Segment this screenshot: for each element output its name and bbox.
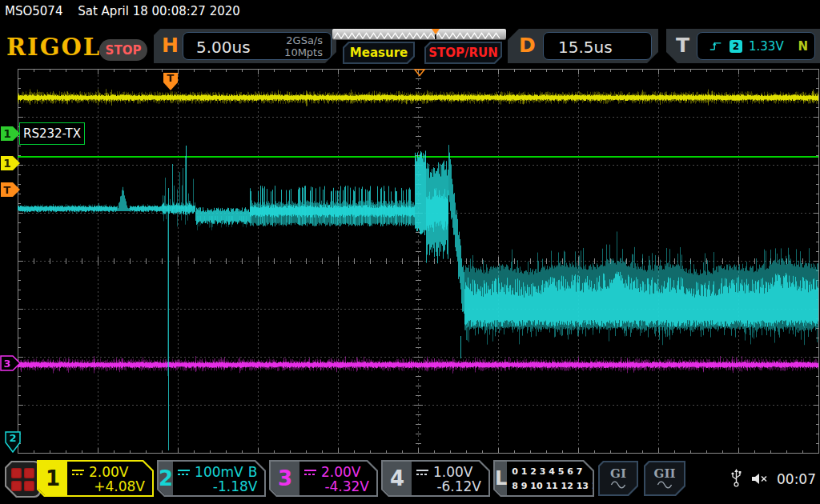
logic-channels-box[interactable]: L 0 1 2 3 4 5 6 7 8 9 10 11 12 13 14 15 xyxy=(493,460,594,497)
delay-value: 15.5us xyxy=(558,38,613,57)
stop-run-button[interactable]: STOP/RUN xyxy=(424,42,502,64)
channel-3-values: 2.00V -4.32V xyxy=(299,462,376,495)
preview-trigger-marker[interactable] xyxy=(432,29,440,34)
waveform-display[interactable] xyxy=(0,68,820,458)
trigger-mode: N xyxy=(798,39,808,54)
channel-3-offset: -4.32V xyxy=(304,480,369,494)
horizontal-reference-marker xyxy=(413,69,426,77)
dc-coupling-icon xyxy=(416,469,428,476)
titlebar: MSO5074 Sat April 18 00:08:27 2020 xyxy=(5,4,240,18)
trigger-level: 1.33V xyxy=(749,39,784,54)
delay-box[interactable]: 15.5us xyxy=(543,32,652,60)
acquisition-info: 2GSa/s 10Mpts xyxy=(284,34,323,58)
channel-4-number: 4 xyxy=(383,462,412,495)
channel-2-scale: 100mV xyxy=(195,464,243,480)
dc-coupling-icon xyxy=(178,469,190,476)
dc-coupling-icon xyxy=(304,469,316,476)
measure-button[interactable]: Measure xyxy=(343,42,415,64)
channel-4-scale: 1.00V xyxy=(433,464,472,480)
channel-3-box[interactable]: 3 2.00V -4.32V xyxy=(269,460,378,497)
channel-1-box[interactable]: 1 2.00V +4.08V xyxy=(37,460,154,497)
channel-2-offset: -1.18V xyxy=(178,480,257,494)
trigger-level-tag-label: T xyxy=(4,184,11,196)
trigger-position-marker[interactable]: T xyxy=(163,72,179,91)
timebase-box[interactable]: 5.00us 2GSa/s 10Mpts xyxy=(183,32,332,60)
trigger-panel[interactable]: T 2 1.33V N xyxy=(666,29,820,63)
channel-1-offset: +4.08V xyxy=(72,480,145,494)
delay-label: D xyxy=(519,34,536,57)
delay-panel[interactable]: D 15.5us xyxy=(508,29,658,63)
preview-trigger-tick xyxy=(435,34,436,39)
horizontal-panel[interactable]: H 5.00us 2GSa/s 10Mpts xyxy=(154,29,336,63)
trigger-source-badge: 2 xyxy=(730,40,742,53)
channel-4-box[interactable]: 4 1.00V -6.12V xyxy=(381,460,490,497)
rigol-logo: RIGOL xyxy=(6,34,101,61)
trigger-position-marker-label: T xyxy=(167,72,175,84)
channel3-position-tag-label: 3 xyxy=(3,358,10,370)
generator-2-button[interactable]: GII xyxy=(644,461,685,496)
menu-button[interactable] xyxy=(5,461,41,498)
channel-4-values: 1.00V -6.12V xyxy=(412,462,488,495)
channel-2-values: 100mV B -1.18V xyxy=(173,462,264,495)
logic-label: L xyxy=(495,462,507,495)
trigger-level-tag[interactable]: T xyxy=(0,182,21,198)
memory-depth: 10Mpts xyxy=(284,46,323,58)
model-name: MSO5074 xyxy=(5,4,62,18)
channel1-position-tag[interactable]: 1 xyxy=(0,155,21,171)
usb-icon xyxy=(730,469,742,487)
rising-edge-icon xyxy=(709,40,723,52)
channel-2-bw: B xyxy=(248,464,258,480)
timebase-value: 5.00us xyxy=(196,38,251,57)
uptime-clock: 00:07 xyxy=(777,471,816,487)
channel-2-box[interactable]: 2 100mV B -1.18V xyxy=(157,460,266,497)
generator-2-label: GII xyxy=(654,468,676,480)
waveform-preview-bar[interactable] xyxy=(332,29,506,39)
run-state-badge: STOP xyxy=(99,39,147,61)
sine-wave-icon xyxy=(609,480,628,490)
trigger-label: T xyxy=(676,34,689,57)
datetime: Sat April 18 00:08:27 2020 xyxy=(78,4,240,18)
stop-run-button-label: STOP/RUN xyxy=(426,43,500,62)
channel-4-offset: -6.12V xyxy=(416,480,481,494)
decode-bus-tag-label: 1 xyxy=(3,127,11,140)
sine-wave-icon xyxy=(655,480,674,490)
channel2-position-tag-label: 2 xyxy=(9,432,16,444)
channel3-position-tag[interactable]: 3 xyxy=(0,355,21,371)
channel-2-number: 2 xyxy=(159,462,173,495)
horizontal-label: H xyxy=(162,34,179,57)
trigger-box[interactable]: 2 1.33V N xyxy=(697,32,815,60)
generator-1-label: GI xyxy=(610,468,626,480)
channel-3-number: 3 xyxy=(271,462,299,495)
channel1-position-tag-label: 1 xyxy=(3,157,11,170)
channel-1-number: 1 xyxy=(38,462,67,495)
dc-coupling-icon xyxy=(72,469,84,476)
measure-button-label: Measure xyxy=(344,43,413,62)
channel2-position-tag[interactable]: 2 xyxy=(5,431,21,453)
speaker-muted-icon xyxy=(751,472,770,486)
channel-1-scale: 2.00V xyxy=(89,464,128,480)
sample-rate: 2GSa/s xyxy=(284,34,323,46)
channel-1-values: 2.00V +4.08V xyxy=(67,462,152,495)
decode-bus-tag[interactable]: 1 xyxy=(0,126,21,142)
preview-zigzag xyxy=(332,30,506,41)
decode-bus-label[interactable]: RS232-TX xyxy=(19,122,85,145)
generator-1-button[interactable]: GI xyxy=(598,461,638,496)
channel-3-scale: 2.00V xyxy=(321,464,360,480)
